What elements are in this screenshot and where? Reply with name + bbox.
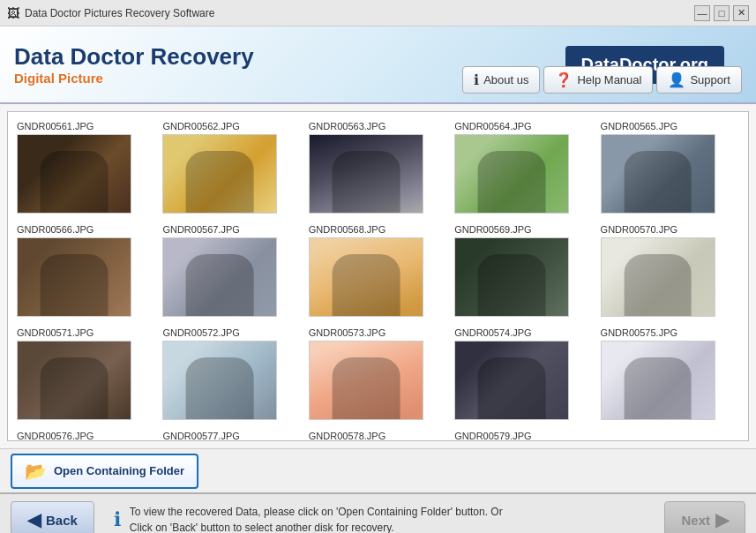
- minimize-button[interactable]: —: [694, 5, 710, 21]
- image-thumbnail[interactable]: [309, 134, 423, 214]
- back-button[interactable]: ◀ Back: [11, 501, 94, 533]
- image-filename: GNDR00576.JPG: [17, 431, 94, 441]
- image-thumbnail[interactable]: [162, 341, 277, 420]
- list-item: GNDR00578.JPG: [309, 431, 447, 441]
- list-item: GNDR00563.JPG: [309, 121, 447, 214]
- info-icon: ℹ: [474, 71, 479, 88]
- header-buttons: ℹ About us ❓ Help Manual 👤 Support: [462, 66, 742, 94]
- image-filename: GNDR00571.JPG: [17, 327, 94, 338]
- list-item: GNDR00577.JPG: [162, 431, 301, 441]
- back-arrow-icon: ◀: [27, 509, 41, 530]
- list-item: GNDR00568.JPG: [309, 224, 447, 317]
- list-item: GNDR00572.JPG: [162, 327, 301, 420]
- list-item: GNDR00571.JPG: [17, 327, 155, 420]
- window-controls[interactable]: — □ ✕: [694, 5, 749, 21]
- next-arrow-icon: ▶: [715, 509, 729, 530]
- image-thumbnail[interactable]: [17, 341, 131, 420]
- image-thumbnail[interactable]: [309, 341, 423, 420]
- image-filename: GNDR00562.JPG: [162, 121, 239, 131]
- image-filename: GNDR00565.JPG: [601, 121, 677, 131]
- image-filename: GNDR00577.JPG: [162, 431, 239, 441]
- image-thumbnail[interactable]: [309, 237, 423, 317]
- image-thumbnail[interactable]: [162, 237, 277, 317]
- footer-info: ℹ To view the recovered Data, please cli…: [103, 504, 656, 533]
- list-item: GNDR00564.JPG: [454, 121, 593, 214]
- image-filename: GNDR00568.JPG: [309, 224, 385, 235]
- image-thumbnail[interactable]: [162, 134, 277, 214]
- image-filename: GNDR00579.JPG: [454, 431, 531, 441]
- image-filename: GNDR00574.JPG: [454, 327, 531, 338]
- maximize-button[interactable]: □: [714, 5, 730, 21]
- image-filename: GNDR00563.JPG: [309, 121, 385, 131]
- image-thumbnail[interactable]: [17, 237, 131, 317]
- list-item: GNDR00574.JPG: [454, 327, 593, 420]
- info-line-2: Click on 'Back' button to select another…: [130, 520, 503, 533]
- list-item: GNDR00565.JPG: [601, 121, 739, 214]
- window-title: Data Doctor Pictures Recovery Software: [25, 7, 214, 19]
- about-us-button[interactable]: ℹ About us: [462, 66, 540, 94]
- info-line-1: To view the recovered Data, please click…: [130, 504, 503, 520]
- help-icon: ❓: [555, 71, 573, 88]
- open-containing-folder-button[interactable]: 📂 Open Containing Folder: [11, 454, 198, 489]
- footer: ◀ Back ℹ To view the recovered Data, ple…: [0, 492, 756, 533]
- image-grid: GNDR00561.JPGGNDR00562.JPGGNDR00563.JPGG…: [17, 121, 739, 441]
- help-manual-button[interactable]: ❓ Help Manual: [543, 66, 653, 94]
- image-thumbnail[interactable]: [601, 134, 715, 214]
- image-filename: GNDR00572.JPG: [162, 327, 239, 338]
- close-button[interactable]: ✕: [733, 5, 749, 21]
- title-bar: 🖼 Data Doctor Pictures Recovery Software…: [0, 0, 756, 26]
- image-thumbnail[interactable]: [454, 341, 569, 420]
- image-filename: GNDR00578.JPG: [309, 431, 385, 441]
- support-label: Support: [690, 73, 730, 86]
- support-button[interactable]: 👤 Support: [656, 66, 742, 94]
- list-item: GNDR00567.JPG: [162, 224, 301, 317]
- footer-info-text: To view the recovered Data, please click…: [130, 504, 503, 533]
- list-item: GNDR00562.JPG: [162, 121, 301, 214]
- action-area: 📂 Open Containing Folder: [0, 448, 756, 492]
- image-filename: GNDR00567.JPG: [162, 224, 239, 235]
- support-icon: 👤: [668, 71, 685, 88]
- folder-icon: 📂: [25, 461, 47, 482]
- open-folder-label: Open Containing Folder: [54, 464, 184, 477]
- image-filename: GNDR00561.JPG: [17, 121, 94, 131]
- image-filename: GNDR00569.JPG: [454, 224, 531, 235]
- image-thumbnail[interactable]: [17, 134, 131, 214]
- list-item: GNDR00576.JPG: [17, 431, 155, 441]
- list-item: GNDR00569.JPG: [454, 224, 593, 317]
- image-grid-container[interactable]: GNDR00561.JPGGNDR00562.JPGGNDR00563.JPGG…: [7, 111, 749, 441]
- header: Data Doctor Recovery Digital Picture Dat…: [0, 26, 756, 104]
- image-thumbnail[interactable]: [454, 237, 569, 317]
- image-thumbnail[interactable]: [601, 237, 715, 317]
- image-filename: GNDR00564.JPG: [454, 121, 531, 131]
- main-content: GNDR00561.JPGGNDR00562.JPGGNDR00563.JPGG…: [0, 104, 756, 448]
- image-filename: GNDR00566.JPG: [17, 224, 94, 235]
- image-filename: GNDR00570.JPG: [601, 224, 677, 235]
- list-item: GNDR00573.JPG: [309, 327, 447, 420]
- about-us-label: About us: [483, 73, 528, 86]
- image-filename: GNDR00575.JPG: [601, 327, 677, 338]
- list-item: GNDR00575.JPG: [601, 327, 739, 420]
- footer-info-icon: ℹ: [114, 508, 121, 531]
- list-item: GNDR00561.JPG: [17, 121, 155, 214]
- image-filename: GNDR00573.JPG: [309, 327, 385, 338]
- next-button[interactable]: Next ▶: [664, 501, 745, 533]
- help-manual-label: Help Manual: [577, 73, 641, 86]
- next-label: Next: [681, 513, 710, 528]
- image-thumbnail[interactable]: [601, 341, 715, 420]
- list-item: GNDR00566.JPG: [17, 224, 155, 317]
- app-icon: 🖼: [7, 6, 19, 20]
- list-item: GNDR00579.JPG: [454, 431, 593, 441]
- back-label: Back: [46, 513, 78, 528]
- list-item: GNDR00570.JPG: [601, 224, 739, 317]
- image-thumbnail[interactable]: [454, 134, 569, 214]
